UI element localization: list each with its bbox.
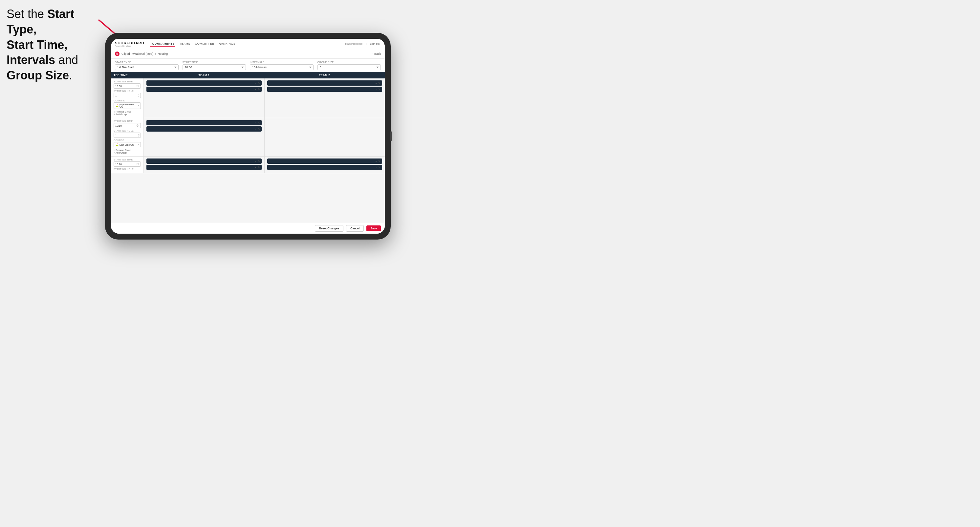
remove-course-2[interactable]: ×	[138, 143, 139, 146]
remove-group-link-1[interactable]: ○ Remove Group	[114, 111, 141, 113]
start-time-field: Start Time 10:00	[183, 61, 246, 70]
starting-time-input-3[interactable]: 10:20 ⏱	[114, 162, 141, 167]
logo: SCOREBOARD Powered by clippd	[115, 41, 144, 47]
player-edit-5-1[interactable]: ✎	[258, 160, 260, 163]
course-icon-1: ⛳	[115, 104, 119, 107]
player-edit-3-1[interactable]: ✎	[258, 121, 260, 124]
course-tag-2[interactable]: ⛳ East Lake GC ×	[114, 142, 141, 147]
add-group-link-2[interactable]: + Add Group	[114, 152, 141, 154]
course-label-2: COURSE:	[114, 139, 141, 141]
player-x-2-2[interactable]: ×	[375, 88, 377, 91]
group-sidebar-3: STARTING TIME: 10:20 ⏱ STARTING HOLE:	[111, 157, 144, 173]
remove-group-link-2[interactable]: ○ Remove Group	[114, 149, 141, 151]
starting-time-label-3: STARTING TIME:	[114, 159, 141, 161]
team2-col-2	[265, 118, 385, 156]
player-x-1-2[interactable]: ×	[255, 88, 256, 91]
course-icon-2: ⛳	[115, 143, 119, 146]
group-row-2: STARTING TIME: 10:10 ⏱ STARTING HOLE: 1 …	[111, 118, 385, 157]
hole-down-arrow-2[interactable]: ▼	[138, 135, 140, 137]
player-row-1-1: × ✎	[146, 80, 262, 86]
breadcrumb-tournament[interactable]: Clippd Invitational (Med)	[121, 52, 153, 56]
team1-col-2: × ✎ × ✎	[144, 118, 265, 156]
back-button[interactable]: ‹ Back	[372, 52, 381, 56]
player-row-6-1: × ✎	[267, 159, 382, 164]
player-row-3-2: × ✎	[146, 126, 262, 132]
player-edit-5-2[interactable]: ✎	[258, 166, 260, 169]
starting-hole-input-2[interactable]: 1 ▲ ▼	[114, 133, 141, 138]
action-links-2: ○ Remove Group + Add Group	[114, 149, 141, 154]
remove-icon-1: ○	[114, 111, 115, 113]
nav-tab-teams[interactable]: TEAMS	[179, 41, 191, 47]
tablet-frame: SCOREBOARD Powered by clippd TOURNAMENTS…	[105, 33, 391, 240]
navbar: SCOREBOARD Powered by clippd TOURNAMENTS…	[111, 39, 385, 49]
team2-col-3: × ✎ × ✎	[265, 157, 385, 173]
cancel-button[interactable]: Cancel	[346, 225, 364, 232]
player-edit-1-1[interactable]: ✎	[258, 82, 260, 85]
team1-col-3: × ✎ × ✎	[144, 157, 265, 173]
player-x-5-2[interactable]: ×	[255, 166, 256, 169]
starting-time-input-1[interactable]: 10:00 ⏱	[114, 83, 141, 89]
hole-down-arrow-1[interactable]: ▼	[138, 95, 140, 97]
starting-time-input-2[interactable]: 10:10 ⏱	[114, 123, 141, 128]
start-type-label: Start Type	[115, 61, 178, 63]
starting-time-value-1: 10:00	[115, 85, 122, 87]
start-time-label: Start Time	[183, 61, 246, 63]
group-size-select[interactable]: 3	[318, 64, 381, 70]
tablet-side-button	[390, 131, 392, 141]
player-x-2-1[interactable]: ×	[375, 82, 377, 85]
nav-tab-rankings[interactable]: RANKINGS	[219, 41, 235, 47]
intervals-field: Intervals 10 Minutes	[250, 61, 313, 70]
starting-time-label-1: STARTING TIME:	[114, 80, 141, 83]
th-team1: Team 1	[144, 72, 264, 78]
group-teams-2: × ✎ × ✎	[144, 118, 385, 156]
team1-col-1: × ✎ × ✎	[144, 78, 265, 118]
player-edit-3-2[interactable]: ✎	[258, 128, 260, 130]
player-row-3-1: × ✎	[146, 120, 262, 125]
logo-text: SCOREBOARD	[115, 41, 144, 45]
th-tee-time: Tee Time	[111, 72, 144, 78]
add-group-link-1[interactable]: + Add Group	[114, 113, 141, 116]
player-edit-6-1[interactable]: ✎	[378, 160, 380, 163]
bottom-bar: Reset Changes Cancel Save	[111, 223, 385, 233]
table-header: Tee Time Team 1 Team 2	[111, 72, 385, 78]
intervals-select[interactable]: 10 Minutes	[250, 64, 313, 70]
player-x-6-2[interactable]: ×	[375, 166, 377, 169]
player-x-6-1[interactable]: ×	[375, 160, 377, 163]
breadcrumb-separator: ›	[154, 51, 156, 57]
tablet-screen: SCOREBOARD Powered by clippd TOURNAMENTS…	[111, 39, 385, 233]
th-team2: Team 2	[264, 72, 385, 78]
starting-time-value-2: 10:10	[115, 124, 122, 127]
remove-course-1[interactable]: ×	[138, 104, 139, 107]
save-button[interactable]: Save	[366, 225, 381, 231]
course-tag-1[interactable]: ⛳ (A) Peachtree GC ×	[114, 102, 141, 109]
reset-changes-button[interactable]: Reset Changes	[315, 225, 344, 232]
course-label-1: COURSE:	[114, 99, 141, 102]
starting-time-label-2: STARTING TIME:	[114, 120, 141, 122]
add-icon-1: +	[114, 113, 115, 116]
group-sidebar-1: STARTING TIME: 10:00 ⏱ STARTING HOLE: 1 …	[111, 78, 144, 118]
player-edit-2-2[interactable]: ✎	[378, 88, 380, 91]
group-teams-3: × ✎ × ✎ × ✎ ×	[144, 157, 385, 173]
remove-icon-2: ○	[114, 149, 115, 151]
player-x-1-1[interactable]: ×	[255, 82, 256, 85]
start-type-select[interactable]: 1st Tee Start	[115, 64, 178, 70]
player-x-3-1[interactable]: ×	[255, 121, 256, 124]
table-scroll[interactable]: STARTING TIME: 10:00 ⏱ STARTING HOLE: 1 …	[111, 78, 385, 223]
group-row-1: STARTING TIME: 10:00 ⏱ STARTING HOLE: 1 …	[111, 78, 385, 118]
sign-out-link[interactable]: Sign out	[370, 42, 380, 45]
action-links-1: ○ Remove Group + Add Group	[114, 111, 141, 116]
starting-hole-label-2: STARTING HOLE:	[114, 130, 141, 132]
nav-tab-tournaments[interactable]: TOURNAMENTS	[150, 41, 175, 47]
starting-hole-input-1[interactable]: 1 ▲ ▼	[114, 93, 141, 98]
start-time-select[interactable]: 10:00	[183, 64, 246, 70]
player-edit-6-2[interactable]: ✎	[378, 166, 380, 169]
nav-tab-committee[interactable]: COMMITTEE	[195, 41, 215, 47]
player-x-5-1[interactable]: ×	[255, 160, 256, 163]
add-icon-2: +	[114, 152, 115, 154]
player-edit-2-1[interactable]: ✎	[378, 82, 380, 85]
player-edit-1-2[interactable]: ✎	[258, 88, 260, 91]
settings-row: Start Type 1st Tee Start Start Time 10:0…	[111, 59, 385, 72]
starting-hole-label-3: STARTING HOLE:	[114, 168, 141, 170]
player-x-3-2[interactable]: ×	[255, 128, 256, 130]
intervals-label: Intervals	[250, 61, 313, 63]
